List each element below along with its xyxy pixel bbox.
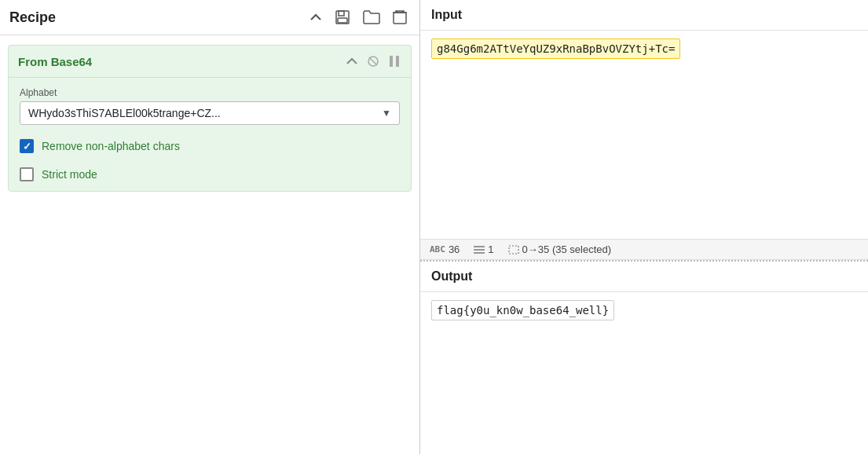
input-value: g84Gg6m2ATtVeYqUZ9xRnaBpBvOVZYtj+Tc=: [431, 38, 680, 59]
recipe-header-icons: [306, 8, 410, 27]
selection-item: 0→35 (35 selected): [508, 243, 611, 255]
lines-icon: [474, 245, 485, 254]
delete-recipe-button[interactable]: [390, 8, 410, 27]
input-section-header: Input: [420, 0, 868, 31]
left-panel: Recipe: [0, 0, 420, 454]
trash-icon: [393, 9, 407, 25]
output-value: flag{y0u_kn0w_base64_well}: [431, 300, 614, 320]
input-title: Input: [431, 8, 462, 21]
operation-body: Alphabet WHydo3sThiS7ABLEl00k5trange+CZ.…: [9, 78, 411, 191]
alphabet-dropdown[interactable]: WHydo3sThiS7ABLEl00k5trange+CZ... ▼: [20, 101, 400, 125]
alphabet-value: WHydo3sThiS7ABLEl00k5trange+CZ...: [28, 107, 221, 119]
chevron-up-icon: [309, 11, 322, 24]
output-title: Output: [420, 262, 868, 292]
alphabet-field: Alphabet WHydo3sThiS7ABLEl00k5trange+CZ.…: [20, 87, 400, 125]
status-bar: ABC 36 1 0→35 (35 selected): [420, 239, 868, 260]
collapse-operation-button[interactable]: [345, 55, 359, 68]
collapse-recipe-button[interactable]: [306, 9, 325, 25]
operation-icons: [345, 53, 401, 69]
chevron-up-op-icon: [346, 57, 357, 66]
checkmark-icon: ✓: [23, 141, 31, 152]
disable-icon: [367, 55, 379, 68]
save-recipe-button[interactable]: [331, 8, 353, 27]
operation-title: From Base64: [18, 55, 345, 68]
line-count: 1: [488, 243, 493, 255]
folder-icon: [363, 10, 380, 24]
abc-icon: ABC: [430, 244, 445, 254]
svg-rect-11: [396, 56, 399, 67]
remove-non-alphabet-checkbox[interactable]: ✓: [20, 139, 34, 153]
selection-icon: [508, 245, 519, 254]
pause-operation-button[interactable]: [387, 53, 401, 69]
svg-rect-1: [339, 11, 344, 16]
remove-non-alphabet-row: ✓ Remove non-alphabet chars: [20, 139, 400, 153]
save-icon: [335, 9, 350, 25]
open-folder-button[interactable]: [360, 9, 383, 26]
remove-non-alphabet-label: Remove non-alphabet chars: [42, 140, 180, 152]
operation-card: From Base64: [8, 45, 412, 192]
line-count-item: 1: [474, 243, 493, 255]
recipe-title: Recipe: [9, 9, 306, 26]
strict-mode-row: Strict mode: [20, 167, 400, 181]
strict-mode-checkbox[interactable]: [20, 167, 34, 181]
svg-rect-15: [509, 246, 518, 254]
strict-mode-label: Strict mode: [42, 168, 97, 181]
selection-range: 0→35 (35 selected): [522, 243, 611, 255]
svg-rect-3: [394, 13, 406, 24]
operation-header: From Base64: [9, 46, 411, 78]
output-section: Output flag{y0u_kn0w_base64_well}: [420, 262, 868, 454]
svg-rect-10: [390, 56, 393, 67]
pause-icon: [389, 55, 400, 68]
right-panel: Input g84Gg6m2ATtVeYqUZ9xRnaBpBvOVZYtj+T…: [420, 0, 868, 454]
alphabet-label: Alphabet: [20, 87, 400, 98]
output-body: flag{y0u_kn0w_base64_well}: [420, 292, 868, 454]
char-count: 36: [449, 243, 460, 255]
dropdown-arrow-icon: ▼: [382, 108, 391, 119]
recipe-header: Recipe: [0, 0, 419, 35]
char-count-item: ABC 36: [430, 243, 460, 255]
svg-rect-2: [338, 18, 347, 23]
disable-operation-button[interactable]: [365, 53, 381, 69]
input-area[interactable]: g84Gg6m2ATtVeYqUZ9xRnaBpBvOVZYtj+Tc=: [420, 31, 868, 239]
svg-line-9: [369, 57, 377, 65]
